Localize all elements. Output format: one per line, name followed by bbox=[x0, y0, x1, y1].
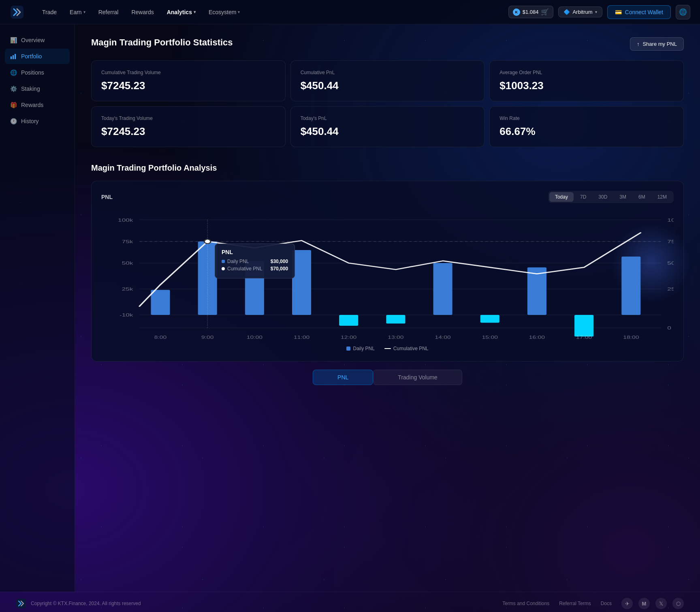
stats-grid-row2: Today's Trading Volume $7245.23 Today's … bbox=[91, 106, 684, 147]
sidebar-item-overview[interactable]: 📊 Overview bbox=[5, 32, 70, 48]
price-badge[interactable]: K $1.084 🛒 bbox=[508, 6, 554, 18]
social-discord[interactable]: ⬡ bbox=[672, 598, 684, 609]
nav-earn[interactable]: Earn ▾ bbox=[65, 6, 90, 18]
cart-icon[interactable]: 🛒 bbox=[541, 8, 549, 16]
nav-rewards[interactable]: Rewards bbox=[126, 6, 158, 18]
social-twitter[interactable]: 𝕏 bbox=[655, 598, 667, 609]
sidebar-item-positions[interactable]: 🌐 Positions bbox=[5, 65, 70, 80]
stat-card-cumulative-pnl: Cumulative PnL $450.44 bbox=[290, 60, 485, 101]
stat-label-1: Cumulative PnL bbox=[301, 70, 475, 75]
tooltip-daily-label: Daily PNL bbox=[222, 259, 249, 264]
network-badge[interactable]: 🔷 Arbitrum ▾ bbox=[558, 6, 602, 17]
nav-trade[interactable]: Trade bbox=[37, 6, 62, 18]
svg-text:25k: 25k bbox=[667, 287, 674, 292]
nav-ecosystem[interactable]: Ecosystem ▾ bbox=[204, 6, 245, 18]
svg-text:50k: 50k bbox=[122, 261, 134, 266]
svg-text:13:00: 13:00 bbox=[388, 335, 403, 340]
time-filter-12m[interactable]: 12M bbox=[652, 192, 672, 202]
earn-arrow: ▾ bbox=[83, 10, 85, 14]
sidebar-label-portfolio: Portfolio bbox=[21, 53, 42, 60]
sidebar-item-portfolio[interactable]: Portfolio bbox=[5, 49, 70, 64]
tooltip-cumulative-label: Cumulative PNL bbox=[222, 266, 262, 272]
overview-icon: 📊 bbox=[10, 36, 17, 44]
svg-text:14:00: 14:00 bbox=[435, 335, 450, 340]
network-icon: 🔷 bbox=[563, 9, 570, 15]
time-filter-6m[interactable]: 6M bbox=[633, 192, 651, 202]
stat-value-3: $7245.23 bbox=[101, 125, 275, 138]
svg-text:9:00: 9:00 bbox=[201, 335, 214, 340]
svg-text:75k: 75k bbox=[667, 239, 674, 244]
language-button[interactable]: 🌐 bbox=[676, 5, 690, 19]
stats-grid-row1: Cumulative Trading Volume $7245.23 Cumul… bbox=[91, 60, 684, 101]
svg-rect-28 bbox=[480, 315, 499, 323]
network-name: Arbitrum bbox=[572, 9, 592, 15]
stat-card-todays-volume: Today's Trading Volume $7245.23 bbox=[91, 106, 286, 147]
price-value: $1.084 bbox=[523, 9, 539, 15]
time-filter-30d[interactable]: 30D bbox=[593, 192, 613, 202]
svg-text:75k: 75k bbox=[122, 239, 134, 244]
sidebar-item-staking[interactable]: ⚙️ Staking bbox=[5, 81, 70, 96]
nav-referral[interactable]: Referral bbox=[94, 6, 124, 18]
footer-links: Terms and Conditions Referral Terms Docs… bbox=[502, 598, 684, 609]
sidebar-item-history[interactable]: 🕐 History bbox=[5, 113, 70, 129]
time-filters: Today 7D 30D 3M 6M 12M bbox=[548, 191, 674, 203]
sidebar-label-positions: Positions bbox=[21, 69, 44, 76]
sidebar-item-rewards[interactable]: 🎁 Rewards bbox=[5, 97, 70, 113]
footer-copyright: Copyright © KTX.Finance, 2024. All right… bbox=[31, 601, 141, 606]
nav-analytics[interactable]: Analytics ▾ bbox=[162, 6, 201, 18]
time-filter-7d[interactable]: 7D bbox=[574, 192, 592, 202]
chart-section-title: Magin Trading Portfolio Analysis bbox=[91, 163, 684, 173]
tooltip-daily-value: $30,000 bbox=[271, 259, 288, 264]
svg-rect-27 bbox=[433, 263, 452, 315]
svg-rect-29 bbox=[527, 267, 546, 315]
page-header: Magin Trading Portfolio Statistics ↑ Sha… bbox=[91, 37, 684, 51]
svg-text:17:00: 17:00 bbox=[576, 335, 592, 340]
stat-value-2: $1003.23 bbox=[499, 79, 674, 92]
tooltip-cumulative-value: $70,000 bbox=[271, 266, 288, 272]
svg-text:15:00: 15:00 bbox=[482, 335, 498, 340]
svg-rect-22 bbox=[198, 242, 217, 315]
footer-link-referral[interactable]: Referral Terms bbox=[559, 601, 591, 606]
social-medium[interactable]: M bbox=[638, 598, 650, 609]
svg-rect-31 bbox=[621, 257, 640, 315]
footer-link-terms[interactable]: Terms and Conditions bbox=[502, 601, 549, 606]
svg-text:100k: 100k bbox=[118, 217, 133, 223]
legend-daily-pnl: Daily PNL bbox=[346, 346, 374, 351]
time-filter-3m[interactable]: 3M bbox=[614, 192, 632, 202]
chart-legend: Daily PNL Cumulative PNL bbox=[101, 346, 674, 351]
svg-text:10:00: 10:00 bbox=[247, 335, 262, 340]
stat-label-2: Average Order PNL bbox=[499, 70, 674, 75]
chart-container: PNL Today 7D 30D 3M 6M 12M bbox=[91, 181, 684, 362]
stat-value-0: $7245.23 bbox=[101, 79, 275, 92]
portfolio-icon bbox=[10, 53, 17, 60]
svg-text:25k: 25k bbox=[122, 287, 134, 292]
stat-card-avg-order-pnl: Average Order PNL $1003.23 bbox=[489, 60, 684, 101]
tab-pnl[interactable]: PNL bbox=[313, 370, 373, 385]
sidebar: 📊 Overview Portfolio 🌐 Positions ⚙️ Stak… bbox=[0, 24, 75, 592]
svg-text:-10k: -10k bbox=[120, 312, 133, 318]
rewards-icon: 🎁 bbox=[10, 101, 17, 109]
stat-card-todays-pnl: Today's PnL $450.44 bbox=[290, 106, 485, 147]
share-pnl-button[interactable]: ↑ Share my PNL bbox=[630, 37, 684, 51]
connect-wallet-button[interactable]: 💳 Connect Wallet bbox=[607, 5, 671, 19]
svg-text:100k: 100k bbox=[667, 217, 674, 223]
footer-left: Copyright © KTX.Finance, 2024. All right… bbox=[16, 599, 141, 608]
sidebar-label-history: History bbox=[21, 118, 39, 124]
footer-link-docs[interactable]: Docs bbox=[601, 601, 612, 606]
positions-icon: 🌐 bbox=[10, 69, 17, 76]
time-filter-today[interactable]: Today bbox=[549, 192, 574, 202]
logo[interactable] bbox=[10, 5, 24, 19]
footer-socials: ✈ M 𝕏 ⬡ bbox=[621, 598, 684, 609]
page-title: Magin Trading Portfolio Statistics bbox=[91, 37, 233, 48]
social-telegram[interactable]: ✈ bbox=[621, 598, 633, 609]
svg-text:12:00: 12:00 bbox=[341, 335, 356, 340]
svg-rect-30 bbox=[574, 315, 593, 336]
ktx-icon: K bbox=[513, 9, 520, 16]
chart-header: PNL Today 7D 30D 3M 6M 12M bbox=[101, 191, 674, 203]
svg-text:0: 0 bbox=[667, 325, 671, 331]
stat-label-4: Today's PnL bbox=[301, 116, 475, 121]
tab-trading-volume[interactable]: Trading Volume bbox=[373, 370, 462, 385]
main-container: 📊 Overview Portfolio 🌐 Positions ⚙️ Stak… bbox=[0, 24, 700, 592]
network-arrow: ▾ bbox=[595, 10, 597, 14]
svg-text:16:00: 16:00 bbox=[529, 335, 545, 340]
